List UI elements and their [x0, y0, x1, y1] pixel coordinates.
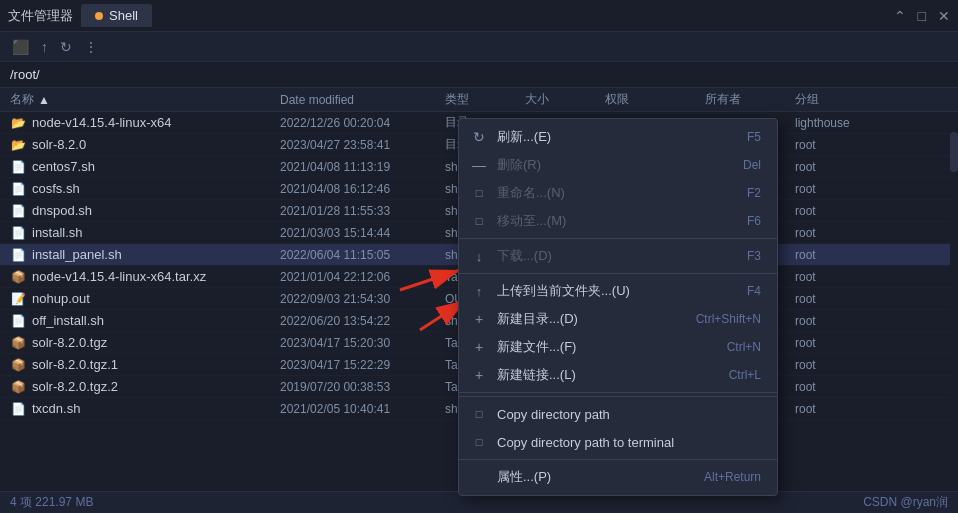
menu-item-copydirpath[interactable]: □ Copy directory path: [459, 400, 777, 428]
file-name: 📂 node-v14.15.4-linux-x64: [10, 115, 280, 131]
file-type-icon: 📝: [10, 291, 26, 307]
scrollbar-track[interactable]: [950, 112, 958, 491]
menu-divider: [459, 396, 777, 397]
titlebar-left: 文件管理器 Shell: [8, 4, 152, 27]
menu-icon-mkdir: +: [469, 309, 489, 329]
menu-icon-upload: ↑: [469, 281, 489, 301]
titlebar: 文件管理器 Shell ⌃ □ ✕: [0, 0, 958, 32]
menu-icon-rename: □: [469, 183, 489, 203]
menu-icon-newlink: +: [469, 365, 489, 385]
menu-label-download: 下载...(D): [497, 247, 747, 265]
file-name: 📦 solr-8.2.0.tgz: [10, 335, 280, 351]
menu-shortcut-mkdir: Ctrl+Shift+N: [696, 312, 761, 326]
file-name: 📦 solr-8.2.0.tgz.2: [10, 379, 280, 395]
file-date: 2022/09/03 21:54:30: [280, 292, 445, 306]
shell-tab[interactable]: Shell: [81, 4, 152, 27]
menu-label-upload: 上传到当前文件夹...(U): [497, 282, 747, 300]
menu-item-properties[interactable]: 属性...(P) Alt+Return: [459, 463, 777, 491]
menu-item-copydirpathterminal[interactable]: □ Copy directory path to terminal: [459, 428, 777, 456]
file-group: root: [795, 138, 885, 152]
file-type-icon: 📦: [10, 269, 26, 285]
tab-dot: [95, 12, 103, 20]
menu-divider: [459, 238, 777, 239]
menu-item-move: □ 移动至...(M) F6: [459, 207, 777, 235]
file-type-icon: 📄: [10, 181, 26, 197]
menu-label-copydirpathterminal: Copy directory path to terminal: [497, 435, 761, 450]
menu-icon-move: □: [469, 211, 489, 231]
header-perms[interactable]: 权限: [605, 91, 705, 108]
statusbar-items: 4 项 221.97 MB: [10, 494, 93, 511]
file-type-icon: 📄: [10, 247, 26, 263]
menu-item-newlink[interactable]: + 新建链接...(L) Ctrl+L: [459, 361, 777, 389]
menu-icon-copydirpathterminal: □: [469, 432, 489, 452]
toolbar-refresh-icon[interactable]: ↻: [56, 37, 76, 57]
file-date: 2023/04/17 15:20:30: [280, 336, 445, 350]
close-button[interactable]: ✕: [938, 8, 950, 24]
file-type-icon: 📄: [10, 203, 26, 219]
toolbar: ⬛ ↑ ↻ ⋮: [0, 32, 958, 62]
menu-icon-copydirpath: □: [469, 404, 489, 424]
menu-item-refresh[interactable]: ↻ 刷新...(E) F5: [459, 123, 777, 151]
menu-icon-newfile: +: [469, 337, 489, 357]
file-group: root: [795, 204, 885, 218]
header-size[interactable]: 大小: [525, 91, 605, 108]
menu-label-newlink: 新建链接...(L): [497, 366, 729, 384]
toolbar-back-icon[interactable]: ⬛: [8, 37, 33, 57]
toolbar-menu-icon[interactable]: ⋮: [80, 37, 102, 57]
header-name[interactable]: 名称 ▲: [10, 91, 280, 108]
menu-shortcut-newlink: Ctrl+L: [729, 368, 761, 382]
file-group: root: [795, 182, 885, 196]
menu-label-rename: 重命名...(N): [497, 184, 747, 202]
file-type-icon: 📂: [10, 137, 26, 153]
file-name: 📄 off_install.sh: [10, 313, 280, 329]
scrollbar-thumb[interactable]: [950, 132, 958, 172]
pathbar: /root/: [0, 62, 958, 88]
file-group: root: [795, 270, 885, 284]
file-type-icon: 📦: [10, 379, 26, 395]
file-group: root: [795, 226, 885, 240]
context-menu: ↻ 刷新...(E) F5 — 删除(R) Del □ 重命名...(N) F2…: [458, 118, 778, 496]
menu-icon-properties: [469, 467, 489, 487]
file-date: 2022/12/26 00:20:04: [280, 116, 445, 130]
menu-icon-delete: —: [469, 155, 489, 175]
file-date: 2021/01/28 11:55:33: [280, 204, 445, 218]
maximize-button[interactable]: □: [918, 8, 926, 24]
menu-item-mkdir[interactable]: + 新建目录...(D) Ctrl+Shift+N: [459, 305, 777, 333]
toolbar-up-icon[interactable]: ↑: [37, 37, 52, 57]
file-group: root: [795, 160, 885, 174]
menu-divider: [459, 392, 777, 393]
header-owner[interactable]: 所有者: [705, 91, 795, 108]
file-group: root: [795, 248, 885, 262]
file-type-icon: 📄: [10, 225, 26, 241]
file-name: 📂 solr-8.2.0: [10, 137, 280, 153]
header-type[interactable]: 类型: [445, 91, 525, 108]
file-date: 2021/04/08 16:12:46: [280, 182, 445, 196]
file-date: 2022/06/20 13:54:22: [280, 314, 445, 328]
menu-item-newfile[interactable]: + 新建文件...(F) Ctrl+N: [459, 333, 777, 361]
menu-item-upload[interactable]: ↑ 上传到当前文件夹...(U) F4: [459, 277, 777, 305]
header-date[interactable]: Date modified: [280, 93, 445, 107]
file-type-icon: 📂: [10, 115, 26, 131]
menu-label-refresh: 刷新...(E): [497, 128, 747, 146]
file-name: 📄 install.sh: [10, 225, 280, 241]
file-name: 📄 centos7.sh: [10, 159, 280, 175]
file-date: 2021/01/04 22:12:06: [280, 270, 445, 284]
app-title: 文件管理器: [8, 7, 73, 25]
tab-label: Shell: [109, 8, 138, 23]
file-name: 📄 install_panel.sh: [10, 247, 280, 263]
menu-shortcut-move: F6: [747, 214, 761, 228]
file-name: 📦 solr-8.2.0.tgz.1: [10, 357, 280, 373]
menu-item-rename: □ 重命名...(N) F2: [459, 179, 777, 207]
file-group: root: [795, 292, 885, 306]
menu-label-move: 移动至...(M): [497, 212, 747, 230]
file-date: 2022/06/04 11:15:05: [280, 248, 445, 262]
menu-icon-refresh: ↻: [469, 127, 489, 147]
minimize-button[interactable]: ⌃: [894, 8, 906, 24]
file-type-icon: 📄: [10, 313, 26, 329]
header-group[interactable]: 分组: [795, 91, 885, 108]
file-date: 2021/02/05 10:40:41: [280, 402, 445, 416]
file-group: root: [795, 314, 885, 328]
file-group: root: [795, 380, 885, 394]
file-type-icon: 📄: [10, 401, 26, 417]
menu-item-delete: — 删除(R) Del: [459, 151, 777, 179]
